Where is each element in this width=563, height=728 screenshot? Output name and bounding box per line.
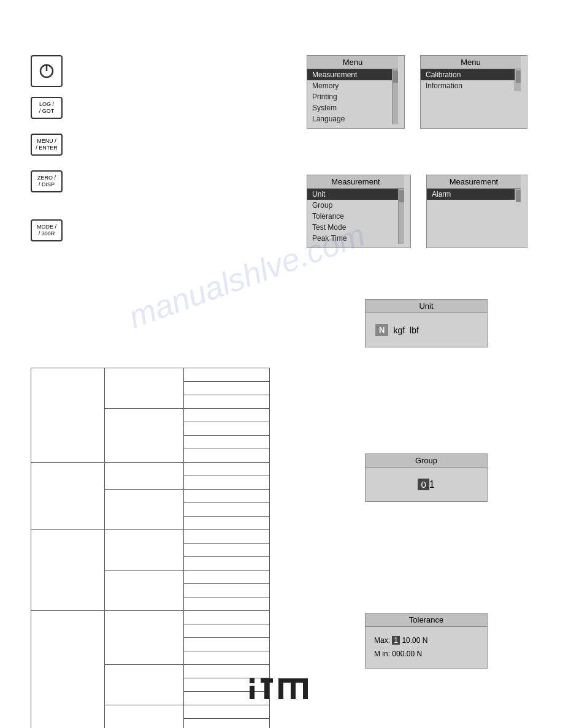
menu-panel-left: Menu Measurement Memory Printing System … bbox=[307, 55, 405, 129]
meas-scrollbar-right[interactable] bbox=[515, 189, 521, 200]
group-cursor[interactable]: 0 bbox=[418, 479, 429, 490]
tolerance-panel-body: Max: 1 10.00 N M in: 000.00 N bbox=[366, 627, 487, 668]
meas-scrollbar-thumb bbox=[399, 190, 404, 202]
power-button[interactable] bbox=[31, 55, 63, 87]
table-col2 bbox=[104, 409, 184, 463]
menu-panel-left-title: Menu bbox=[307, 56, 398, 69]
mode-line1: MODE / bbox=[37, 224, 56, 230]
menu-item-system[interactable]: System bbox=[307, 102, 398, 113]
table-col3 bbox=[184, 490, 270, 503]
menu-item-language[interactable]: Language bbox=[307, 113, 398, 124]
scrollbar-thumb-right bbox=[516, 70, 521, 83]
table-col3 bbox=[184, 611, 270, 624]
table-col3 bbox=[184, 409, 270, 422]
table-col3 bbox=[184, 544, 270, 557]
log-line1: LOG / bbox=[39, 101, 54, 108]
menu-scrollbar-left[interactable] bbox=[392, 69, 398, 124]
meas-item-testmode[interactable]: Test Mode bbox=[307, 222, 404, 233]
tolerance-min-label: M in: bbox=[374, 650, 390, 658]
zero-line1: ZERO / bbox=[37, 175, 56, 181]
table-col3 bbox=[184, 638, 270, 651]
tolerance-min-row: M in: 000.00 N bbox=[374, 648, 478, 661]
table-col3 bbox=[184, 368, 270, 382]
table-col3 bbox=[184, 651, 270, 665]
svg-rect-10 bbox=[303, 678, 308, 699]
menu-scrollbar-right[interactable] bbox=[515, 69, 521, 91]
measurement-panel-left: Measurement Unit Group Tolerance Test Mo… bbox=[307, 175, 411, 248]
tolerance-max-label: Max: bbox=[374, 636, 390, 645]
table-col2 bbox=[104, 705, 184, 729]
svg-rect-6 bbox=[278, 678, 283, 699]
table-col3 bbox=[184, 624, 270, 638]
measurement-panel-left-title: Measurement bbox=[307, 175, 404, 189]
table-col2 bbox=[104, 530, 184, 571]
svg-rect-8 bbox=[291, 678, 296, 699]
tolerance-max-value: 10.00 N bbox=[402, 636, 427, 645]
menu-item-calibration[interactable]: Calibration bbox=[421, 69, 521, 80]
scrollbar-thumb bbox=[393, 70, 398, 83]
svg-rect-9 bbox=[296, 678, 303, 683]
table-col3 bbox=[184, 395, 270, 409]
menu-panel-right: Menu Calibration Information bbox=[420, 55, 527, 129]
table-col3 bbox=[184, 422, 270, 436]
table-col2 bbox=[104, 665, 184, 705]
tolerance-max-cursor[interactable]: 1 bbox=[392, 636, 400, 645]
table-col1 bbox=[31, 611, 105, 729]
zero-line2: / DISP bbox=[39, 181, 55, 188]
meas-item-alarm[interactable]: Alarm bbox=[427, 189, 521, 200]
table-col3 bbox=[184, 517, 270, 530]
table-col1 bbox=[31, 368, 105, 463]
svg-rect-7 bbox=[283, 678, 291, 683]
table-col3 bbox=[184, 584, 270, 597]
main-table bbox=[31, 368, 270, 728]
table-col3 bbox=[184, 463, 270, 476]
measurement-panel-right: Measurement Alarm bbox=[426, 175, 527, 248]
group-panel-title: Group bbox=[366, 454, 487, 468]
meas-item-peaktime[interactable]: Peak Time bbox=[307, 233, 404, 244]
table-col3 bbox=[184, 719, 270, 729]
svg-rect-2 bbox=[250, 678, 255, 683]
svg-rect-5 bbox=[264, 683, 269, 699]
log-button[interactable]: LOG / / GOT bbox=[31, 97, 63, 119]
table-col3 bbox=[184, 476, 270, 490]
meas-item-unit[interactable]: Unit bbox=[307, 189, 404, 200]
tolerance-min-value: 000.00 N bbox=[392, 650, 422, 658]
mode-button[interactable]: MODE / / 300R bbox=[31, 219, 63, 241]
table-col2 bbox=[104, 611, 184, 665]
table-col3 bbox=[184, 530, 270, 544]
table-row bbox=[31, 611, 270, 624]
table-col2 bbox=[104, 463, 184, 490]
table-col3 bbox=[184, 597, 270, 611]
meas-item-group[interactable]: Group bbox=[307, 200, 404, 211]
unit-panel: Unit N kgf lbf bbox=[365, 299, 488, 347]
power-icon bbox=[38, 63, 55, 80]
meas-item-tolerance[interactable]: Tolerance bbox=[307, 211, 404, 222]
menu-btn-line1: MENU / bbox=[37, 138, 56, 145]
menu-item-printing[interactable]: Printing bbox=[307, 91, 398, 102]
table-col1 bbox=[31, 463, 105, 530]
table-col3 bbox=[184, 382, 270, 395]
menu-item-measurement[interactable]: Measurement bbox=[307, 69, 398, 80]
table-col2 bbox=[104, 571, 184, 611]
unit-kgf[interactable]: kgf bbox=[393, 325, 405, 335]
unit-lbf[interactable]: lbf bbox=[410, 325, 419, 335]
unit-panel-title: Unit bbox=[366, 300, 487, 313]
zero-button[interactable]: ZERO / / DISP bbox=[31, 170, 63, 192]
meas-scrollbar-left[interactable] bbox=[398, 189, 404, 244]
table-row bbox=[31, 530, 270, 544]
group-panel: Group 0 1 bbox=[365, 453, 488, 502]
unit-panel-body: N kgf lbf bbox=[366, 313, 487, 347]
table-col3 bbox=[184, 503, 270, 517]
menu-panel-right-title: Menu bbox=[421, 56, 521, 69]
unit-selected[interactable]: N bbox=[375, 324, 388, 336]
menu-item-information[interactable]: Information bbox=[421, 80, 521, 91]
table-row bbox=[31, 463, 270, 476]
menu-item-memory[interactable]: Memory bbox=[307, 80, 398, 91]
measurement-panel-right-title: Measurement bbox=[427, 175, 521, 189]
itm-logo bbox=[245, 673, 318, 710]
menu-button[interactable]: MENU / / ENTER bbox=[31, 134, 63, 156]
svg-rect-4 bbox=[261, 678, 273, 683]
table-col3 bbox=[184, 436, 270, 449]
meas-scrollbar-thumb-right bbox=[516, 190, 521, 202]
group-value2: 1 bbox=[429, 479, 435, 490]
